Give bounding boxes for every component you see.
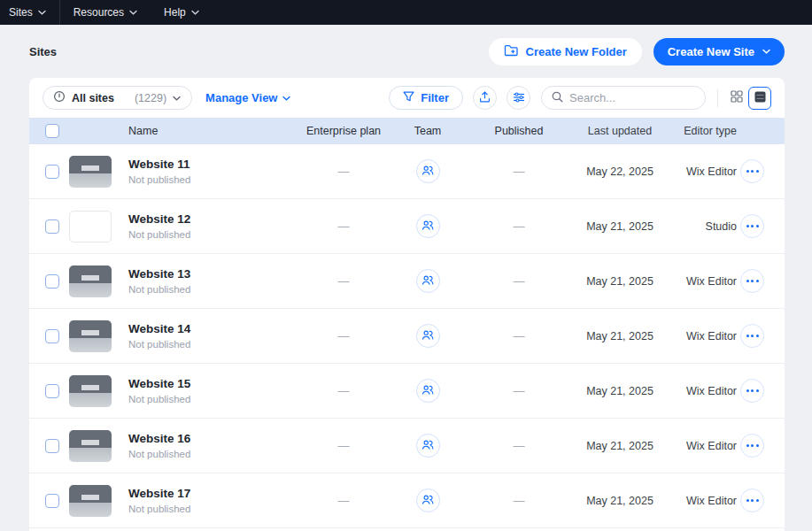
- row-cell-published: —: [459, 165, 579, 178]
- row-cell-editor-type: Wix Editor: [661, 330, 737, 342]
- header-cell-last-updated: Last updated: [579, 125, 661, 137]
- chevron-down-icon: [191, 10, 199, 15]
- row-cell-last-updated: May 21, 2025: [579, 220, 661, 233]
- select-all-checkbox[interactable]: [45, 124, 59, 138]
- export-button[interactable]: [473, 86, 497, 110]
- page-title: Sites: [29, 45, 57, 58]
- team-people-icon: [421, 273, 434, 289]
- table-row[interactable]: Website 16 Not published — — May 21, 202…: [29, 419, 785, 473]
- team-button[interactable]: [416, 269, 440, 293]
- site-name[interactable]: Website 16: [128, 432, 290, 445]
- row-cell-thumbnail: [69, 485, 128, 517]
- nav-menu-help-label: Help: [164, 6, 186, 19]
- site-name[interactable]: Website 12: [128, 212, 290, 226]
- toolbar-right-group: Filter: [389, 86, 771, 110]
- site-name[interactable]: Website 13: [128, 267, 290, 281]
- create-new-folder-button[interactable]: Create New Folder: [489, 38, 642, 65]
- row-cell-checkbox: [29, 329, 69, 343]
- team-button[interactable]: [416, 489, 440, 512]
- site-name[interactable]: Website 14: [128, 322, 290, 335]
- grid-view-button[interactable]: [725, 87, 748, 110]
- more-actions-button[interactable]: [740, 434, 764, 458]
- site-name[interactable]: Website 17: [128, 487, 290, 500]
- sliders-icon: [513, 90, 525, 106]
- row-cell-last-updated: May 21, 2025: [579, 385, 661, 397]
- row-checkbox[interactable]: [45, 329, 59, 343]
- table-row[interactable]: Website 13 Not published — — May 21, 202…: [29, 254, 785, 309]
- site-status: Not published: [128, 284, 290, 295]
- row-checkbox[interactable]: [45, 384, 59, 398]
- row-cell-last-updated: May 21, 2025: [579, 330, 661, 342]
- row-cell-more: [737, 379, 785, 403]
- team-button[interactable]: [416, 159, 440, 183]
- more-actions-button[interactable]: [740, 324, 764, 348]
- row-cell-editor-type: Wix Editor: [661, 385, 737, 397]
- team-people-icon: [421, 328, 434, 344]
- row-cell-checkbox: [29, 384, 69, 398]
- nav-menu-help[interactable]: Help: [151, 0, 213, 25]
- site-thumbnail[interactable]: [69, 320, 112, 352]
- more-actions-button[interactable]: [740, 269, 764, 293]
- table-row[interactable]: Website 14 Not published — — May 21, 202…: [29, 309, 785, 364]
- team-people-icon: [421, 164, 434, 180]
- view-selector-dropdown[interactable]: All sites (1229): [43, 86, 192, 110]
- chevron-down-icon: [762, 49, 770, 54]
- row-checkbox[interactable]: [45, 165, 59, 179]
- display-settings-button[interactable]: [507, 86, 530, 110]
- site-name[interactable]: Website 15: [128, 377, 290, 390]
- site-status: Not published: [128, 339, 290, 350]
- chevron-down-icon: [173, 96, 181, 101]
- page-header: Sites Create New Folder Create New Site: [0, 25, 812, 78]
- team-button[interactable]: [416, 434, 440, 458]
- create-new-site-button[interactable]: Create New Site: [653, 38, 785, 65]
- row-cell-enterprise-plan: —: [290, 439, 397, 452]
- row-checkbox[interactable]: [45, 494, 59, 508]
- row-checkbox[interactable]: [45, 219, 59, 234]
- table-row[interactable]: Website 12 Not published — — May 21, 202…: [29, 199, 785, 254]
- row-cell-thumbnail: [69, 266, 128, 297]
- site-thumbnail[interactable]: [69, 211, 112, 242]
- manage-view-label: Manage View: [205, 91, 277, 104]
- site-thumbnail[interactable]: [69, 156, 112, 188]
- header-cell-checkbox: [29, 124, 69, 138]
- row-cell-more: [737, 324, 785, 348]
- row-cell-last-updated: May 21, 2025: [579, 440, 661, 452]
- filter-button[interactable]: Filter: [389, 86, 463, 110]
- row-cell-last-updated: May 21, 2025: [579, 495, 661, 507]
- manage-view-button[interactable]: Manage View: [205, 91, 290, 104]
- row-cell-team: [397, 214, 459, 238]
- site-status: Not published: [128, 504, 290, 514]
- team-button[interactable]: [416, 214, 440, 238]
- row-cell-name: Website 15 Not published: [128, 377, 290, 404]
- nav-menu-sites[interactable]: Sites: [0, 0, 59, 25]
- more-actions-button[interactable]: [740, 214, 764, 238]
- list-view-button[interactable]: [748, 87, 771, 110]
- more-actions-button[interactable]: [740, 159, 764, 183]
- nav-menu-resources[interactable]: Resources: [60, 0, 151, 25]
- row-checkbox[interactable]: [45, 439, 59, 453]
- table-row[interactable]: Website 17 Not published — — May 21, 202…: [29, 473, 785, 528]
- search-input[interactable]: [569, 91, 695, 104]
- site-thumbnail[interactable]: [69, 485, 112, 517]
- more-actions-button[interactable]: [740, 379, 764, 403]
- upload-icon: [479, 90, 491, 106]
- table-row[interactable]: Website 15 Not published — — May 21, 202…: [29, 364, 785, 419]
- row-cell-thumbnail: [69, 211, 128, 242]
- team-button[interactable]: [416, 324, 440, 348]
- site-status: Not published: [128, 394, 290, 404]
- row-checkbox[interactable]: [45, 274, 59, 289]
- row-cell-editor-type: Wix Editor: [661, 165, 737, 178]
- site-thumbnail[interactable]: [69, 266, 112, 297]
- row-cell-editor-type: Wix Editor: [661, 495, 737, 507]
- row-cell-team: [397, 489, 459, 512]
- more-actions-button[interactable]: [740, 489, 764, 512]
- filter-label: Filter: [421, 91, 449, 104]
- team-people-icon: [421, 493, 434, 509]
- site-thumbnail[interactable]: [69, 430, 112, 462]
- row-cell-name: Website 11 Not published: [128, 158, 290, 185]
- site-thumbnail[interactable]: [69, 375, 112, 407]
- site-name[interactable]: Website 11: [128, 158, 290, 171]
- team-button[interactable]: [416, 379, 440, 403]
- search-box[interactable]: [541, 86, 706, 110]
- table-row[interactable]: Website 11 Not published — — May 22, 202…: [29, 144, 785, 199]
